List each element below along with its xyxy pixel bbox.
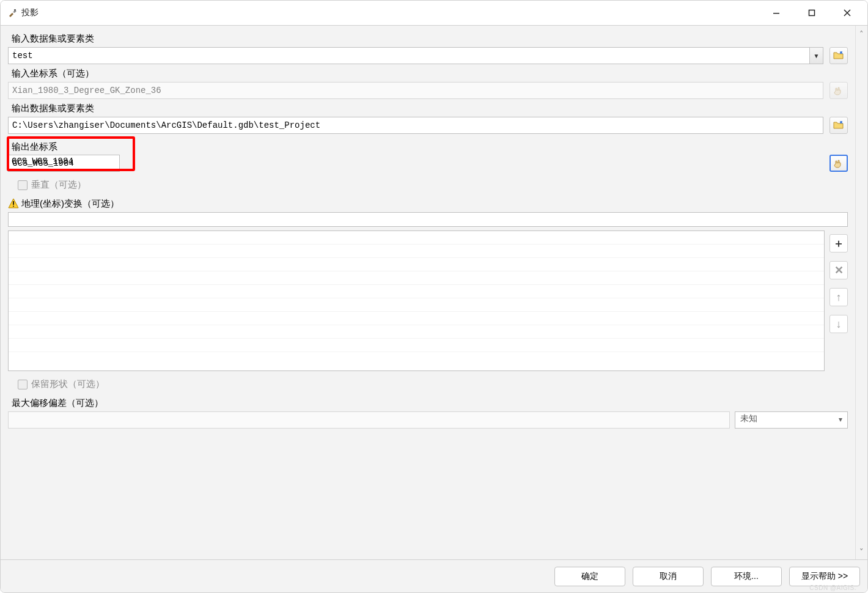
output-cs-row: 输出坐标系 GCS_WGS_1984 <box>8 136 848 172</box>
output-dataset-input[interactable] <box>8 117 823 134</box>
button-bar: 确定 取消 环境... 显示帮助 >> CSDN @AIGIS. <box>1 559 867 592</box>
input-dataset-input[interactable] <box>8 47 823 64</box>
geo-transform-input[interactable] <box>8 212 848 227</box>
output-dataset-label: 输出数据集或要素类 <box>8 103 848 114</box>
show-help-button[interactable]: 显示帮助 >> <box>789 567 860 586</box>
list-item <box>9 271 824 285</box>
dropdown-arrow-icon[interactable]: ▼ <box>809 48 823 64</box>
preserve-shape-checkbox <box>18 380 28 389</box>
browse-output-dataset-button[interactable] <box>829 117 848 134</box>
browse-output-cs-button[interactable] <box>829 155 848 172</box>
move-up-button[interactable]: ↑ <box>829 288 848 306</box>
max-offset-unit-value: 未知 <box>740 413 757 423</box>
list-item <box>9 231 824 245</box>
list-item <box>9 285 824 298</box>
preserve-shape-checkbox-row: 保留形状（可选） <box>8 378 848 390</box>
output-dataset-row <box>8 117 848 134</box>
dialog-window: 投影 输入数据集或要素类 ▼ <box>0 0 868 593</box>
ok-button-label: 确定 <box>581 571 598 582</box>
vertical-scrollbar[interactable]: ˄ ˅ <box>855 26 867 559</box>
scroll-up-icon[interactable]: ˄ <box>858 29 866 38</box>
hand-icon <box>833 158 844 168</box>
output-cs-label: 输出坐标系 <box>12 141 130 153</box>
max-offset-input <box>8 411 730 429</box>
input-cs-label: 输入坐标系（可选） <box>8 68 848 79</box>
output-cs-highlight: 输出坐标系 GCS_WGS_1984 <box>7 136 135 171</box>
input-dataset-label: 输入数据集或要素类 <box>8 33 848 45</box>
max-offset-row: 未知 <box>8 411 848 429</box>
arrow-down-icon: ↓ <box>836 318 842 331</box>
folder-open-icon <box>833 120 844 130</box>
input-cs-input <box>8 82 823 99</box>
hammer-icon <box>7 7 18 18</box>
list-item <box>9 325 824 339</box>
vertical-checkbox-row: 垂直（可选） <box>8 179 848 191</box>
max-offset-unit-select[interactable]: 未知 <box>735 411 848 429</box>
minimize-button[interactable] <box>759 1 794 25</box>
browse-input-cs-button <box>829 82 848 99</box>
maximize-icon <box>808 9 815 17</box>
environments-button-label: 环境... <box>734 571 759 582</box>
browse-input-dataset-button[interactable] <box>829 47 848 64</box>
window-title: 投影 <box>21 7 39 18</box>
folder-open-icon <box>833 51 844 61</box>
hand-icon <box>833 86 844 95</box>
form-area: 输入数据集或要素类 ▼ 输入坐标系（可选） <box>1 26 855 559</box>
geo-transform-label-row: 地理(坐标)变换（可选） <box>8 197 848 210</box>
add-transform-button[interactable]: ＋ <box>829 234 848 252</box>
remove-transform-button[interactable]: ✕ <box>829 261 848 279</box>
geo-transform-list-area: ＋ ✕ ↑ ↓ <box>8 230 848 371</box>
list-item <box>9 298 824 312</box>
geo-transform-list-buttons: ＋ ✕ ↑ ↓ <box>829 230 848 371</box>
scroll-down-icon[interactable]: ˅ <box>858 547 866 556</box>
move-down-button[interactable]: ↓ <box>829 315 848 333</box>
arrow-up-icon: ↑ <box>836 291 842 304</box>
svg-rect-1 <box>773 13 779 14</box>
preserve-shape-label: 保留形状（可选） <box>31 378 105 390</box>
environments-button[interactable]: 环境... <box>711 567 782 586</box>
close-button[interactable] <box>829 1 865 25</box>
svg-rect-4 <box>13 205 14 207</box>
list-item <box>9 312 824 325</box>
client-area: 输入数据集或要素类 ▼ 输入坐标系（可选） <box>1 25 867 559</box>
svg-rect-3 <box>13 201 14 205</box>
geo-transform-listbox[interactable] <box>8 230 825 371</box>
plus-icon: ＋ <box>833 236 844 251</box>
input-dataset-combo[interactable]: ▼ <box>8 47 823 64</box>
svg-rect-0 <box>14 9 16 11</box>
warning-icon <box>8 198 19 209</box>
maximize-button[interactable] <box>794 1 829 25</box>
list-item <box>9 258 824 271</box>
cancel-button[interactable]: 取消 <box>633 567 704 586</box>
show-help-button-label: 显示帮助 >> <box>801 571 848 582</box>
geo-transform-label: 地理(坐标)变换（可选） <box>21 198 119 210</box>
minimize-icon <box>773 9 780 17</box>
titlebar: 投影 <box>1 1 867 25</box>
vertical-checkbox-label: 垂直（可选） <box>31 179 86 191</box>
input-dataset-row: ▼ <box>8 47 848 64</box>
list-item <box>9 245 824 258</box>
input-cs-row <box>8 82 848 99</box>
max-offset-label: 最大偏移偏差（可选） <box>8 397 848 409</box>
close-icon <box>844 9 851 17</box>
window-controls <box>759 1 865 25</box>
x-icon: ✕ <box>834 263 844 277</box>
output-cs-value-in-box: GCS_WGS_1984 <box>12 157 130 166</box>
list-item <box>9 339 824 352</box>
svg-rect-2 <box>809 10 815 16</box>
vertical-checkbox <box>18 180 28 190</box>
cancel-button-label: 取消 <box>660 571 677 582</box>
ok-button[interactable]: 确定 <box>554 567 625 586</box>
